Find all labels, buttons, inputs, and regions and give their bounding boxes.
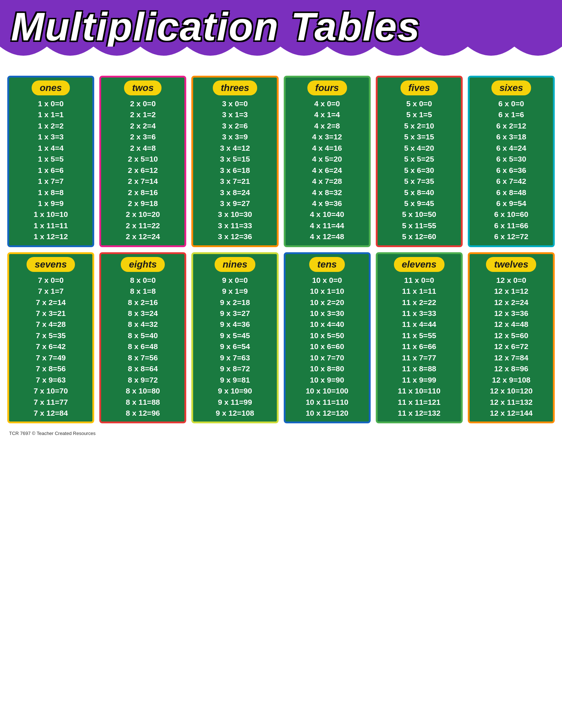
table-header-twelves: twelves [486, 257, 536, 272]
table-row: 6 x 3=18 [496, 131, 526, 142]
table-row: 5 x 7=35 [404, 176, 434, 187]
table-row: 10 x 2=20 [310, 297, 344, 308]
table-row: 4 x 1=4 [314, 109, 340, 120]
table-row: 1 x 2=2 [38, 120, 64, 131]
table-row: 1 x 11=11 [34, 220, 68, 231]
table-row: 1 x 1=1 [38, 109, 64, 120]
table-row: 8 x 5=40 [128, 330, 158, 341]
table-row: 10 x 8=80 [310, 363, 344, 374]
table-row: 12 x 9=108 [492, 375, 531, 385]
table-row: 2 x 9=18 [128, 198, 158, 209]
table-row: 6 x 12=72 [494, 231, 528, 242]
table-row: 11 x 11=121 [398, 397, 441, 408]
table-row: 2 x 7=14 [128, 176, 158, 187]
table-row: 1 x 12=12 [34, 231, 68, 242]
footer-text: TCR 7697 © Teacher Created Resources [7, 431, 555, 436]
table-row: 10 x 5=50 [310, 330, 344, 341]
table-card-nines: nines9 x 0=09 x 1=99 x 2=189 x 3=279 x 4… [191, 252, 278, 424]
table-row: 5 x 10=50 [402, 209, 436, 220]
table-row: 8 x 1=8 [130, 286, 156, 297]
table-row: 5 x 6=30 [404, 165, 434, 176]
table-row: 4 x 11=44 [310, 220, 344, 231]
table-row: 1 x 6=6 [38, 165, 64, 176]
table-row: 4 x 8=32 [312, 187, 342, 198]
table-row: 11 x 8=88 [402, 363, 436, 374]
table-header-ones: ones [32, 80, 70, 95]
table-row: 8 x 6=48 [128, 341, 158, 352]
table-row: 7 x 1=7 [38, 286, 64, 297]
table-row: 6 x 9=54 [496, 198, 526, 209]
table-header-elevens: elevens [394, 257, 445, 272]
table-row: 2 x 12=24 [126, 231, 160, 242]
table-row: 6 x 7=42 [496, 176, 526, 187]
table-header-eights: eights [121, 257, 165, 272]
table-row: 11 x 2=22 [402, 297, 436, 308]
table-row: 6 x 11=66 [494, 220, 528, 231]
table-row: 10 x 0=0 [312, 275, 342, 286]
content-area: ones1 x 0=01 x 1=11 x 2=21 x 3=31 x 4=41… [0, 65, 562, 447]
table-row: 4 x 6=24 [312, 165, 342, 176]
table-row: 3 x 5=15 [220, 154, 250, 165]
table-row: 11 x 6=66 [402, 341, 436, 352]
table-row: 11 x 4=44 [402, 319, 436, 330]
table-row: 5 x 12=60 [402, 231, 436, 242]
table-row: 9 x 8=72 [220, 363, 250, 374]
table-row: 12 x 2=24 [494, 297, 528, 308]
table-row: 4 x 0=0 [314, 98, 340, 109]
table-row: 4 x 10=40 [310, 209, 344, 220]
table-row: 1 x 3=3 [38, 131, 64, 142]
table-row: 12 x 6=72 [494, 341, 528, 352]
table-row: 11 x 3=33 [402, 308, 436, 319]
table-row: 7 x 9=63 [36, 375, 65, 385]
table-row: 2 x 3=6 [130, 131, 156, 142]
table-row: 1 x 9=9 [38, 198, 64, 209]
table-row: 3 x 1=3 [222, 109, 248, 120]
table-row: 4 x 5=20 [312, 154, 342, 165]
wave-svg [0, 47, 562, 65]
table-header-twos: twos [124, 80, 162, 95]
table-row: 1 x 5=5 [38, 154, 64, 165]
table-card-twos: twos2 x 0=02 x 1=22 x 2=42 x 3=62 x 4=82… [99, 76, 186, 247]
table-header-threes: threes [213, 80, 257, 95]
table-row: 8 x 4=32 [128, 319, 158, 330]
table-row: 5 x 5=25 [404, 154, 434, 165]
table-row: 3 x 4=12 [220, 143, 250, 154]
table-row: 3 x 7=21 [220, 176, 250, 187]
table-row: 8 x 2=16 [128, 297, 158, 308]
table-row: 5 x 4=20 [404, 143, 434, 154]
table-row: 10 x 11=110 [306, 397, 348, 408]
table-row: 4 x 9=36 [312, 198, 342, 209]
table-row: 11 x 1=11 [402, 286, 436, 297]
table-row: 1 x 4=4 [38, 143, 64, 154]
table-row: 12 x 12=144 [490, 408, 533, 419]
table-card-threes: threes3 x 0=03 x 1=33 x 2=63 x 3=93 x 4=… [191, 76, 278, 247]
header-wave [0, 47, 562, 65]
table-row: 5 x 9=45 [404, 198, 434, 209]
table-row: 3 x 8=24 [220, 187, 250, 198]
table-row: 6 x 0=0 [498, 98, 524, 109]
table-row: 4 x 3=12 [312, 131, 342, 142]
table-row: 6 x 2=12 [496, 120, 526, 131]
table-row: 7 x 7=49 [36, 352, 65, 363]
table-row: 5 x 11=55 [402, 220, 436, 231]
table-row: 3 x 0=0 [222, 98, 248, 109]
table-row: 12 x 11=132 [490, 397, 533, 408]
table-row: 2 x 4=8 [130, 143, 156, 154]
table-row: 6 x 1=6 [498, 109, 524, 120]
table-row: 3 x 12=36 [218, 231, 252, 242]
table-row: 11 x 0=0 [404, 275, 434, 286]
tables-grid: ones1 x 0=01 x 1=11 x 2=21 x 3=31 x 4=41… [7, 76, 555, 423]
table-row: 7 x 11=77 [34, 397, 68, 408]
table-card-fives: fives5 x 0=05 x 1=55 x 2=105 x 3=155 x 4… [376, 76, 463, 247]
table-row: 10 x 3=30 [310, 308, 344, 319]
table-header-fives: fives [400, 80, 438, 95]
table-row: 3 x 2=6 [222, 120, 248, 131]
table-card-fours: fours4 x 0=04 x 1=44 x 2=84 x 3=124 x 4=… [284, 76, 371, 247]
table-row: 10 x 9=90 [310, 375, 344, 385]
table-row: 12 x 5=60 [494, 330, 528, 341]
table-row: 3 x 3=9 [222, 131, 248, 142]
table-header-sixes: sixes [491, 80, 531, 95]
table-row: 1 x 7=7 [38, 176, 64, 187]
table-row: 2 x 10=20 [126, 209, 160, 220]
table-row: 10 x 10=100 [306, 385, 348, 396]
